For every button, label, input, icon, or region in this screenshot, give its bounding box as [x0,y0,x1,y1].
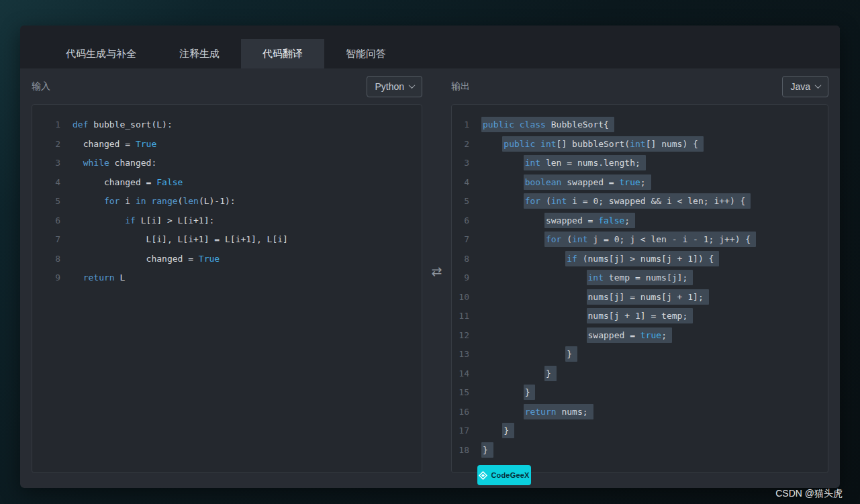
tab-bar: 代码生成与补全注释生成代码翻译智能问答 [20,26,840,68]
chevron-down-icon [815,82,822,89]
code-line-text: public int[] bubbleSort(int[] nums) { [469,135,704,154]
line-number: 1 [32,115,60,135]
code-line-text: } [469,421,514,441]
line-number: 3 [32,154,60,173]
code-line-text: def bubble_sort(L): [60,115,173,135]
code-line: 5 for i in range(len(L)-1): [32,192,422,211]
code-line-text: return L [60,268,125,288]
code-line: 1public class BubbleSort{ [452,115,828,135]
code-line-text: while changed: [60,154,156,173]
code-line: 6 if L[i] > L[i+1]: [32,211,422,231]
code-line: 14 } [452,364,828,384]
line-number: 6 [32,211,60,231]
code-line-text: public class BubbleSort{ [469,115,614,135]
tab-code-generation[interactable]: 代码生成与补全 [44,39,158,68]
tab-code-translation[interactable]: 代码翻译 [241,39,324,68]
panel-content: 输入 Python 输出 Java 1def bubble_sort(L):2 … [20,68,840,488]
line-number: 1 [452,115,469,135]
line-number: 11 [452,307,469,326]
line-number: 18 [452,441,469,460]
code-line: 18} [452,441,828,460]
code-line: 9 int temp = nums[j]; [452,268,828,288]
line-number: 12 [452,326,469,346]
code-line: 4 boolean swapped = true; [452,173,828,193]
code-line: 2 public int[] bubbleSort(int[] nums) { [452,135,828,154]
code-line: 4 changed = False [32,173,422,193]
input-code-editor[interactable]: 1def bubble_sort(L):2 changed = True3 wh… [32,104,422,473]
editors-row: 1def bubble_sort(L):2 changed = True3 wh… [32,104,828,473]
code-line: 3 while changed: [32,154,422,173]
tab-comment-generation[interactable]: 注释生成 [158,39,241,68]
editors-gap: ⇄ [422,104,451,473]
code-line: 8 changed = True [32,250,422,269]
code-line-text: int len = nums.length; [469,154,646,173]
line-number: 5 [32,192,60,211]
code-line: 7 L[i], L[i+1] = L[i+1], L[i] [32,230,422,250]
code-line: 5 for (int i = 0; swapped && i < len; i+… [452,192,828,211]
output-language-select[interactable]: Java [782,76,828,97]
line-number: 3 [452,154,469,173]
code-line-text: } [469,441,493,460]
line-number: 9 [32,268,60,288]
output-toolbar: 输出 Java [451,76,828,97]
code-line-text: int temp = nums[j]; [469,268,693,288]
line-number: 17 [452,421,469,441]
codegeex-badge[interactable]: CodeGeeX [477,465,531,485]
line-number: 16 [452,403,469,422]
code-line-text: nums[j] = nums[j + 1]; [469,288,709,307]
code-line-text: if L[i] > L[i+1]: [60,211,214,231]
code-line-text: return nums; [469,403,593,422]
line-number: 6 [452,211,469,231]
line-number: 5 [452,192,469,211]
code-line: 3 int len = nums.length; [452,154,828,173]
line-number: 10 [452,288,469,307]
output-code-editor: 1public class BubbleSort{2 public int[] … [451,104,828,473]
code-line: 16 return nums; [452,403,828,422]
input-language-select[interactable]: Python [367,76,422,97]
code-line-text: for (int i = 0; swapped && i < len; i++)… [469,192,751,211]
code-line: 15 } [452,383,828,403]
toolbar: 输入 Python 输出 Java [32,68,828,104]
line-number: 8 [32,250,60,269]
chevron-down-icon [409,82,416,89]
code-line-text: changed = True [60,250,220,269]
input-label: 输入 [32,81,50,93]
code-line-text: } [469,383,535,403]
code-line-text: changed = False [60,173,183,193]
code-line: 8 if (nums[j] > nums[j + 1]) { [452,250,828,269]
code-line-text: L[i], L[i+1] = L[i+1], L[i] [60,230,288,250]
code-line: 12 swapped = true; [452,326,828,346]
line-number: 7 [32,230,60,250]
code-translate-panel: 代码生成与补全注释生成代码翻译智能问答 输入 Python 输出 Java 1d… [20,26,840,488]
watermark: CSDN @猫头虎 [775,488,843,500]
line-number: 8 [452,250,469,269]
code-line-text: boolean swapped = true; [469,173,651,193]
line-number: 9 [452,268,469,288]
code-line-text: } [469,345,577,364]
code-line-text: swapped = true; [469,326,672,346]
line-number: 4 [452,173,469,193]
code-line: 11 nums[j + 1] = temp; [452,307,828,326]
codegeex-logo-icon [479,471,487,480]
code-line: 13 } [452,345,828,364]
code-line-text: nums[j + 1] = temp; [469,307,693,326]
output-label: 输出 [451,81,470,93]
line-number: 2 [452,135,469,154]
code-line-text: changed = True [60,135,156,154]
codegeex-badge-label: CodeGeeX [491,471,529,479]
tab-smart-qa[interactable]: 智能问答 [324,39,408,68]
code-line-text: } [469,364,557,384]
input-language-value: Python [375,81,404,92]
code-line: 9 return L [32,268,422,288]
code-line-text: for (int j = 0; j < len - i - 1; j++) { [469,230,756,250]
code-line-text: swapped = false; [469,211,635,231]
line-number: 4 [32,173,60,193]
line-number: 15 [452,383,469,403]
code-line: 17 } [452,421,828,441]
code-line-text: if (nums[j] > nums[j + 1]) { [469,250,719,269]
line-number: 14 [452,364,469,384]
code-line: 7 for (int j = 0; j < len - i - 1; j++) … [452,230,828,250]
code-line: 6 swapped = false; [452,211,828,231]
swap-languages-icon[interactable]: ⇄ [432,264,442,279]
input-toolbar: 输入 Python [32,76,422,97]
